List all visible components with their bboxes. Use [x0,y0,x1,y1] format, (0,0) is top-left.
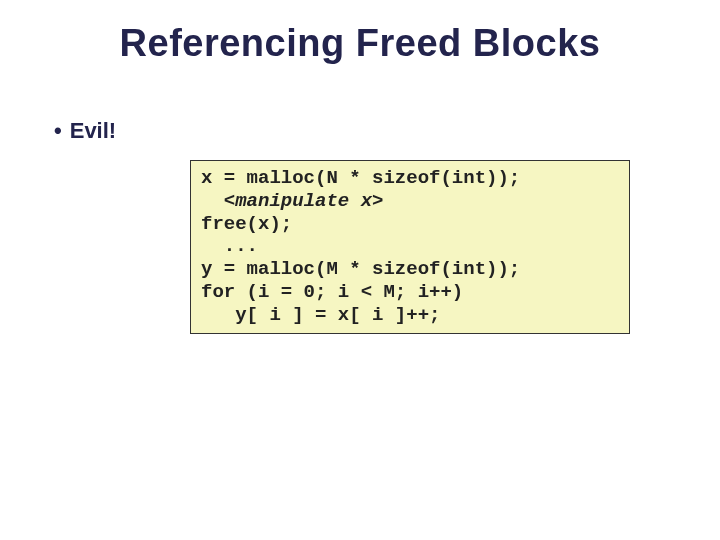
code-line-1: x = malloc(N * sizeof(int)); [201,167,619,190]
bullet-label: Evil! [70,118,116,143]
code-line-5: y = malloc(M * sizeof(int)); [201,258,619,281]
slide: Referencing Freed Blocks •Evil! x = mall… [0,0,720,540]
angle-close-icon: > [372,190,383,212]
code-line-2-indent [201,190,224,212]
angle-open-icon: < [224,190,235,212]
code-line-6: for (i = 0; i < M; i++) [201,281,619,304]
slide-title: Referencing Freed Blocks [0,22,720,65]
bullet-evil: •Evil! [54,118,116,144]
code-line-7: y[ i ] = x[ i ]++; [201,304,619,327]
code-line-2: <manipulate x> [201,190,619,213]
code-line-3: free(x); [201,213,619,236]
code-line-2-body: manipulate x [235,190,372,212]
bullet-dot-icon: • [54,120,62,142]
code-block: x = malloc(N * sizeof(int)); <manipulate… [190,160,630,334]
code-line-4: ... [201,235,619,258]
